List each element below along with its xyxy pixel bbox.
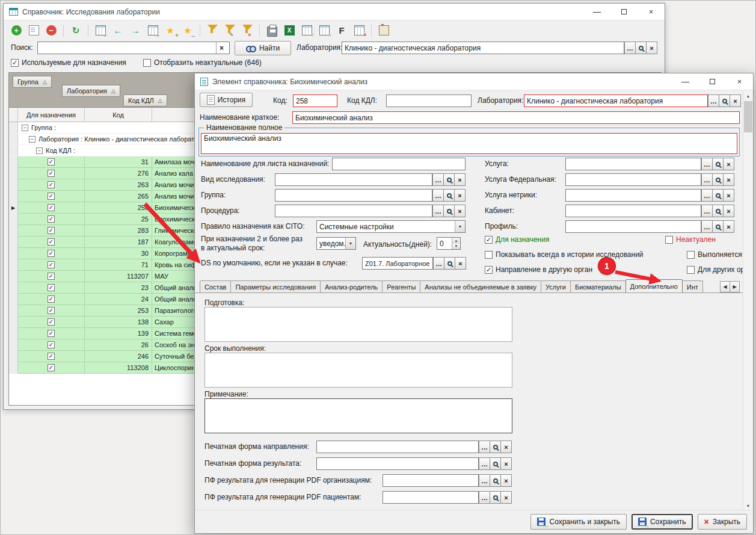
inactive-checkbox[interactable]: Неактуален — [665, 235, 716, 244]
find-button[interactable]: Найти — [235, 41, 291, 55]
clear-button[interactable]: × — [500, 441, 512, 453]
search-button[interactable] — [443, 205, 455, 217]
assign-column-header[interactable]: Для назначения — [18, 108, 85, 122]
search-button[interactable] — [490, 491, 501, 504]
close-window-button[interactable]: × Закрыть — [698, 514, 747, 530]
row-checkbox[interactable]: ✓ — [48, 170, 55, 177]
print-button[interactable] — [265, 23, 279, 38]
other-orgs-checkbox[interactable]: Для других органи: — [687, 265, 744, 274]
tab-item-0[interactable]: Состав — [200, 280, 231, 292]
ellipsis-button[interactable]: … — [479, 491, 490, 504]
list-name-input[interactable] — [332, 158, 466, 170]
close-button[interactable]: × — [638, 4, 665, 20]
pf-pdf-patient-input[interactable] — [383, 491, 479, 504]
column-left-button[interactable]: ← — [93, 23, 108, 38]
group-by-group-button[interactable]: Группа △ — [13, 76, 52, 88]
ellipsis-button[interactable]: … — [432, 173, 444, 186]
tab-item-3[interactable]: Реагенты — [382, 280, 420, 292]
excel-export-button[interactable]: X — [282, 23, 297, 38]
tab-scroll-left-button[interactable]: ◀ — [720, 281, 730, 292]
row-checkbox[interactable]: ✓ — [48, 204, 55, 211]
scroll-down-button[interactable]: ▼ — [743, 501, 753, 510]
kind-input[interactable] — [275, 173, 432, 186]
spin-up-icon[interactable]: ▲ — [452, 238, 460, 244]
scroll-thumb[interactable] — [744, 101, 752, 132]
row-checkbox[interactable]: ✓ — [48, 341, 55, 348]
import-rows-button[interactable]: ↑ — [300, 23, 314, 38]
minimize-button[interactable]: — — [672, 73, 699, 90]
save-and-close-button[interactable]: → Сохранить и закрыть — [530, 514, 626, 530]
clear-button[interactable]: × — [723, 158, 734, 170]
used-for-assignment-checkbox[interactable]: ✓ Используемые для назначения — [11, 58, 126, 67]
filter-button[interactable] — [205, 23, 220, 38]
group-by-kdl-button[interactable]: Код КДЛ △ — [123, 94, 167, 107]
ellipsis-button[interactable]: … — [479, 457, 490, 470]
row-checkbox[interactable]: ✓ — [48, 227, 55, 234]
profile-input[interactable] — [565, 220, 701, 233]
pf-direction-input[interactable] — [316, 441, 479, 453]
scroll-up-button[interactable]: ▲ — [743, 91, 753, 101]
spin-down-icon[interactable]: ▼ — [452, 244, 460, 250]
next-button[interactable]: → — [128, 23, 143, 38]
row-checkbox[interactable]: ✓ — [48, 238, 55, 246]
service-input[interactable] — [565, 158, 701, 170]
clear-button[interactable]: × — [723, 205, 734, 217]
tab-item-4[interactable]: Анализы не объединяемые в заявку — [420, 280, 541, 292]
search-button[interactable] — [443, 173, 455, 186]
clear-button[interactable]: × — [500, 474, 512, 487]
for-assignment-checkbox[interactable]: ✓ Для назначения — [485, 235, 549, 244]
preparation-textarea[interactable] — [204, 307, 512, 342]
clear-button[interactable]: × — [730, 94, 741, 107]
prev-button[interactable]: ← — [111, 23, 125, 38]
search-button[interactable] — [712, 173, 724, 186]
filter-edit-button[interactable]: ✎ — [223, 23, 237, 38]
row-checkbox[interactable]: ✓ — [48, 307, 55, 314]
add-button[interactable]: + — [9, 23, 23, 38]
netrika-service-input[interactable] — [565, 189, 701, 202]
tab-item-7[interactable]: Дополнительно — [625, 279, 683, 292]
note-textarea[interactable] — [204, 398, 512, 433]
ellipsis-button[interactable]: … — [701, 158, 713, 170]
clear-button[interactable]: × — [500, 457, 512, 470]
clear-button[interactable]: × — [454, 205, 466, 217]
clear-button[interactable]: × — [723, 189, 734, 202]
show-inactive-checkbox[interactable]: Отобразить неактуальные (646) — [143, 58, 262, 67]
filter-clear-button[interactable]: × — [240, 23, 254, 38]
search-button[interactable] — [712, 220, 724, 233]
collapse-icon[interactable]: − — [29, 136, 35, 143]
row-checkbox[interactable]: ✓ — [48, 273, 55, 280]
row-checkbox[interactable]: ✓ — [48, 261, 55, 268]
group-by-laboratory-button[interactable]: Лаборатория △ — [62, 85, 120, 97]
column-right-button[interactable]: → — [146, 23, 160, 38]
ellipsis-button[interactable]: … — [433, 257, 444, 270]
search-button[interactable] — [712, 189, 724, 202]
ellipsis-button[interactable]: … — [701, 220, 713, 233]
cito-rule-select[interactable]: Системные настройки ▼ — [316, 220, 466, 233]
search-button[interactable] — [490, 441, 501, 453]
code-input[interactable]: 258 — [293, 94, 337, 107]
external-direction-checkbox[interactable]: ✓ Направление в другую орган — [485, 265, 592, 274]
search-input[interactable]: × — [37, 42, 230, 54]
ellipsis-button[interactable]: … — [479, 441, 490, 453]
procedure-input[interactable] — [275, 205, 432, 217]
search-button[interactable] — [712, 158, 724, 170]
clear-button[interactable]: × — [723, 173, 734, 186]
clear-button[interactable]: × — [646, 42, 657, 54]
code-column-header[interactable]: Код — [85, 108, 152, 122]
search-button[interactable] — [712, 205, 724, 217]
field-code-button[interactable]: F — [334, 23, 349, 38]
clear-button[interactable]: × — [500, 491, 512, 504]
tab-scroll-right-button[interactable]: ▶ — [730, 281, 740, 292]
pf-pdf-org-input[interactable] — [383, 474, 479, 487]
clear-button[interactable]: × — [454, 173, 466, 186]
row-checkbox[interactable]: ✓ — [48, 295, 55, 303]
ellipsis-button[interactable]: … — [701, 173, 713, 186]
row-checkbox[interactable]: ✓ — [48, 215, 55, 223]
chevron-down-icon[interactable]: ▼ — [345, 238, 355, 249]
collapse-icon[interactable]: − — [36, 147, 43, 154]
ellipsis-button[interactable]: … — [701, 189, 713, 202]
row-checkbox[interactable]: ✓ — [48, 193, 55, 200]
row-checkbox[interactable]: ✓ — [48, 330, 55, 337]
term-textarea[interactable] — [204, 353, 512, 388]
laboratory-filter-input[interactable]: Клинико - диагностическая лаборатория — [342, 42, 624, 54]
